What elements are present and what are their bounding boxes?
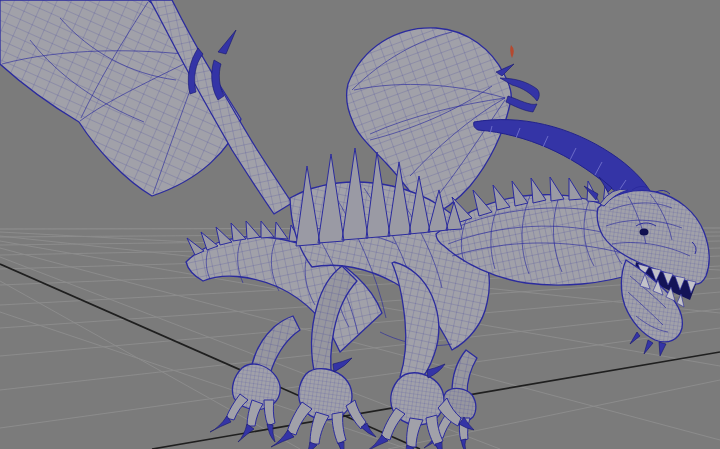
viewport[interactable] [0, 0, 720, 449]
eye [640, 229, 649, 236]
viewport-canvas[interactable] [0, 0, 720, 449]
